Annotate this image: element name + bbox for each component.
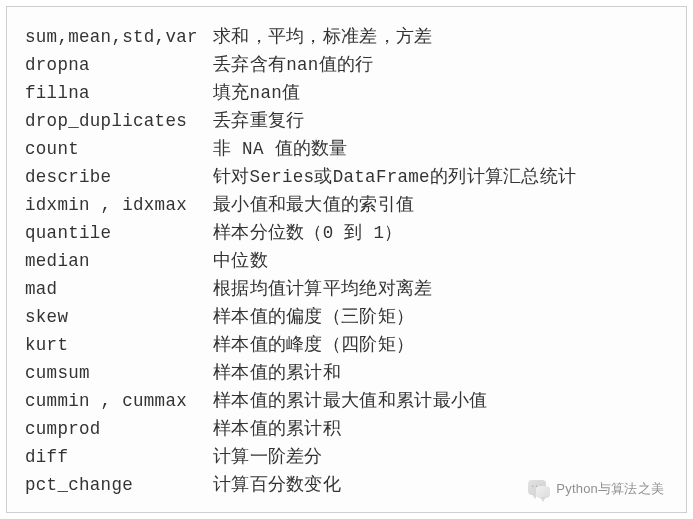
function-name: diff bbox=[25, 443, 213, 471]
function-description: 根据均值计算平均绝对离差 bbox=[213, 275, 668, 303]
reference-table-frame: sum,mean,std,var求和，平均，标准差，方差dropna丢弃含有na… bbox=[6, 6, 687, 513]
table-row: cumsum样本值的累计和 bbox=[25, 359, 668, 387]
function-name: pct_change bbox=[25, 471, 213, 499]
table-row: skew样本值的偏度（三阶矩） bbox=[25, 303, 668, 331]
function-name: quantile bbox=[25, 219, 213, 247]
table-row: diff计算一阶差分 bbox=[25, 443, 668, 471]
table-row: cummin , cummax样本值的累计最大值和累计最小值 bbox=[25, 387, 668, 415]
table-row: sum,mean,std,var求和，平均，标准差，方差 bbox=[25, 23, 668, 51]
table-row: fillna填充nan值 bbox=[25, 79, 668, 107]
function-name: cummin , cummax bbox=[25, 387, 213, 415]
function-name: drop_duplicates bbox=[25, 107, 213, 135]
function-description: 丢弃重复行 bbox=[213, 107, 668, 135]
watermark: ••• Python与算法之美 bbox=[528, 480, 664, 498]
function-name: idxmin , idxmax bbox=[25, 191, 213, 219]
function-description: 样本分位数（0 到 1） bbox=[213, 219, 668, 247]
function-description: 填充nan值 bbox=[213, 79, 668, 107]
watermark-label: Python与算法之美 bbox=[556, 480, 664, 498]
function-description: 样本值的累计积 bbox=[213, 415, 668, 443]
function-name: count bbox=[25, 135, 213, 163]
table-row: dropna丢弃含有nan值的行 bbox=[25, 51, 668, 79]
table-row: kurt样本值的峰度（四阶矩） bbox=[25, 331, 668, 359]
function-description: 样本值的偏度（三阶矩） bbox=[213, 303, 668, 331]
function-description: 样本值的峰度（四阶矩） bbox=[213, 331, 668, 359]
function-description: 求和，平均，标准差，方差 bbox=[213, 23, 668, 51]
function-name: median bbox=[25, 247, 213, 275]
table-row: idxmin , idxmax最小值和最大值的索引值 bbox=[25, 191, 668, 219]
table-row: median中位数 bbox=[25, 247, 668, 275]
table-row: cumprod样本值的累计积 bbox=[25, 415, 668, 443]
table-row: mad根据均值计算平均绝对离差 bbox=[25, 275, 668, 303]
function-name: kurt bbox=[25, 331, 213, 359]
table-row: drop_duplicates丢弃重复行 bbox=[25, 107, 668, 135]
function-description: 样本值的累计最大值和累计最小值 bbox=[213, 387, 668, 415]
function-table: sum,mean,std,var求和，平均，标准差，方差dropna丢弃含有na… bbox=[25, 23, 668, 499]
function-description: 丢弃含有nan值的行 bbox=[213, 51, 668, 79]
function-name: skew bbox=[25, 303, 213, 331]
table-row: quantile样本分位数（0 到 1） bbox=[25, 219, 668, 247]
function-description: 样本值的累计和 bbox=[213, 359, 668, 387]
wechat-icon: ••• bbox=[528, 480, 550, 498]
table-row: describe针对Series或DataFrame的列计算汇总统计 bbox=[25, 163, 668, 191]
function-name: dropna bbox=[25, 51, 213, 79]
function-description: 计算一阶差分 bbox=[213, 443, 668, 471]
function-name: sum,mean,std,var bbox=[25, 23, 213, 51]
function-name: mad bbox=[25, 275, 213, 303]
function-description: 非 NA 值的数量 bbox=[213, 135, 668, 163]
function-description: 最小值和最大值的索引值 bbox=[213, 191, 668, 219]
function-description: 中位数 bbox=[213, 247, 668, 275]
table-row: count非 NA 值的数量 bbox=[25, 135, 668, 163]
function-name: fillna bbox=[25, 79, 213, 107]
function-name: describe bbox=[25, 163, 213, 191]
function-name: cumprod bbox=[25, 415, 213, 443]
function-description: 针对Series或DataFrame的列计算汇总统计 bbox=[213, 163, 668, 191]
function-name: cumsum bbox=[25, 359, 213, 387]
